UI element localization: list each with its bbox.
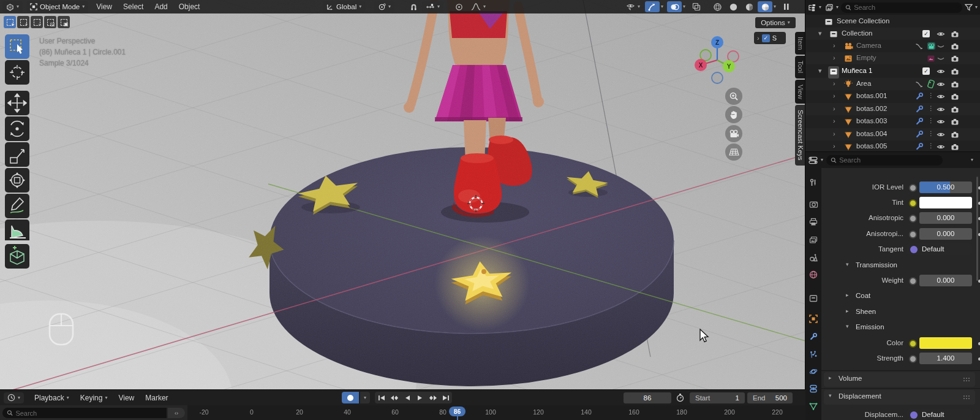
timeline-search[interactable] [2, 408, 167, 418]
outliner-item-label[interactable]: botas.004 [856, 130, 888, 137]
chevron-down-icon[interactable]: ▾ [971, 158, 973, 162]
transmission-weight-field[interactable]: 0.000 [919, 275, 972, 286]
proportional-editing-toggle[interactable] [451, 1, 466, 12]
tool-annotate[interactable] [5, 194, 29, 218]
expand-icon[interactable]: › [833, 142, 835, 150]
camera-visibility-icon[interactable] [951, 92, 959, 103]
outliner-row-botas-005[interactable]: › botas.005 ⋮ [805, 140, 980, 153]
shading-wireframe-button[interactable] [710, 1, 725, 12]
marker-menu[interactable]: Marker [140, 391, 173, 405]
expand-icon[interactable]: › [833, 54, 835, 61]
tool-select-box[interactable] [5, 34, 29, 59]
select-mode-extend-button[interactable]: + [17, 16, 29, 28]
menu-select[interactable]: Select [118, 0, 149, 13]
auto-keying-record-button[interactable] [342, 392, 359, 403]
camera-visibility-icon[interactable] [951, 42, 959, 53]
expand-icon[interactable]: › [833, 117, 835, 124]
camera-visibility-icon[interactable] [951, 105, 959, 116]
expand-icon[interactable]: › [833, 130, 835, 137]
timeline-ruler[interactable]: -40 -20 0 20 40 60 80 100 120 140 160 18… [0, 405, 805, 420]
expand-icon[interactable]: › [833, 92, 835, 99]
outliner-item-label[interactable]: Scene Collection [837, 17, 889, 25]
panel-volume[interactable]: ▸ Volume [824, 372, 975, 387]
camera-view-button[interactable] [725, 125, 742, 142]
tab-physics-properties[interactable] [808, 366, 819, 377]
collapsed-overlay-panel[interactable]: › ✓ S [754, 32, 786, 44]
outliner-editor-icon[interactable] [808, 4, 816, 12]
expand-icon[interactable]: › [833, 80, 835, 87]
chevron-down-icon[interactable]: ▾ [819, 5, 821, 10]
eye-icon[interactable] [937, 29, 945, 40]
snap-to-dropdown[interactable]: ▾ [422, 1, 443, 12]
display-mode-icon[interactable] [825, 4, 834, 12]
section-coat[interactable]: ▸ Coat [821, 290, 980, 302]
outliner-row-botas-003[interactable]: › botas.003 ⋮ [805, 115, 980, 128]
outliner-row-collection[interactable]: ▾ Collection ✓ [805, 28, 980, 40]
viewport-3d[interactable]: ▾ Object Mode ▾ View Select Add Object G… [0, 0, 805, 389]
ior-level-slider[interactable]: 0.500 [919, 181, 972, 193]
camera-visibility-icon[interactable] [951, 80, 959, 91]
tool-scale[interactable] [5, 142, 29, 167]
tangent-dropdown[interactable]: Default [907, 243, 972, 255]
pivot-point-dropdown[interactable]: ▾ [374, 1, 394, 12]
tool-transform[interactable] [5, 168, 29, 193]
playback-menu[interactable]: Playback▾ [29, 391, 75, 405]
properties-editor-icon[interactable] [809, 156, 818, 164]
outliner-row-scene-collection[interactable]: Scene Collection [805, 15, 980, 28]
navigation-gizmo[interactable]: Z X Y [689, 32, 745, 88]
tab-tool-properties[interactable] [808, 177, 819, 188]
pan-view-button[interactable] [725, 106, 742, 123]
gizmo-neg-z[interactable] [712, 72, 723, 83]
tint-color-swatch[interactable] [919, 197, 972, 208]
camera-visibility-icon[interactable] [951, 130, 959, 141]
eye-icon[interactable] [937, 117, 945, 128]
outliner-row-botas-004[interactable]: › botas.004 ⋮ [805, 128, 980, 140]
tab-output-properties[interactable] [808, 216, 819, 227]
anisotropic-field[interactable]: 0.000 [919, 212, 972, 224]
chevron-down-icon[interactable]: ▾ [774, 4, 776, 9]
shading-solid-button[interactable] [726, 1, 741, 12]
next-keyframe-button[interactable] [426, 392, 439, 403]
frame-end-field[interactable]: End500 [747, 392, 793, 403]
outliner-item-label[interactable]: Empty [856, 54, 876, 61]
frame-start-field[interactable]: Start1 [690, 392, 745, 403]
tool-move[interactable] [5, 91, 29, 115]
outliner-row-area[interactable]: › Area [805, 78, 980, 90]
pause-bars-icon[interactable] [783, 3, 790, 10]
expand-icon[interactable]: › [833, 105, 835, 112]
snap-toggle[interactable] [406, 1, 421, 12]
outliner-item-label[interactable]: botas.002 [856, 105, 888, 112]
tab-collection-properties[interactable] [808, 292, 819, 304]
channel-filter-toggle[interactable]: ‹› [168, 408, 185, 418]
outliner-item-label[interactable]: Camera [856, 42, 881, 49]
properties-search-input[interactable] [839, 156, 938, 164]
prev-keyframe-button[interactable] [388, 392, 401, 403]
collection-checkbox[interactable]: ✓ [922, 30, 930, 37]
eye-icon[interactable] [937, 67, 945, 78]
camera-visibility-icon[interactable] [951, 67, 959, 78]
select-mode-intersect-button[interactable]: ▣ [58, 16, 70, 28]
shading-material-button[interactable] [742, 1, 756, 12]
tab-view[interactable]: View [795, 80, 805, 104]
select-mode-new-button[interactable]: ▸ [4, 16, 16, 28]
expand-icon[interactable]: › [833, 42, 835, 49]
select-mode-invert-button[interactable]: ◱ [44, 16, 56, 28]
drag-handle-icon[interactable] [963, 377, 971, 382]
properties-scrollbar[interactable] [976, 177, 978, 281]
tool-rotate[interactable] [5, 116, 29, 141]
playhead-line[interactable] [457, 416, 458, 420]
outliner-search[interactable] [841, 2, 962, 13]
tab-particle-properties[interactable] [808, 349, 819, 360]
outliner-item-label[interactable]: botas.001 [856, 92, 888, 99]
section-sheen[interactable]: ▸ Sheen [821, 306, 980, 318]
menu-view[interactable]: View [91, 0, 118, 13]
chevron-down-icon[interactable]: ▾ [821, 158, 823, 162]
editor-type-button[interactable]: ▾ [2, 1, 23, 12]
outliner-item-label[interactable]: Area [856, 80, 871, 87]
tool-measure[interactable] [5, 220, 29, 240]
tab-render-properties[interactable] [808, 199, 819, 210]
eye-closed-icon[interactable] [937, 54, 945, 65]
shading-rendered-button[interactable] [758, 1, 772, 12]
tab-view-layer-properties[interactable] [808, 234, 819, 245]
menu-object[interactable]: Object [173, 0, 206, 13]
